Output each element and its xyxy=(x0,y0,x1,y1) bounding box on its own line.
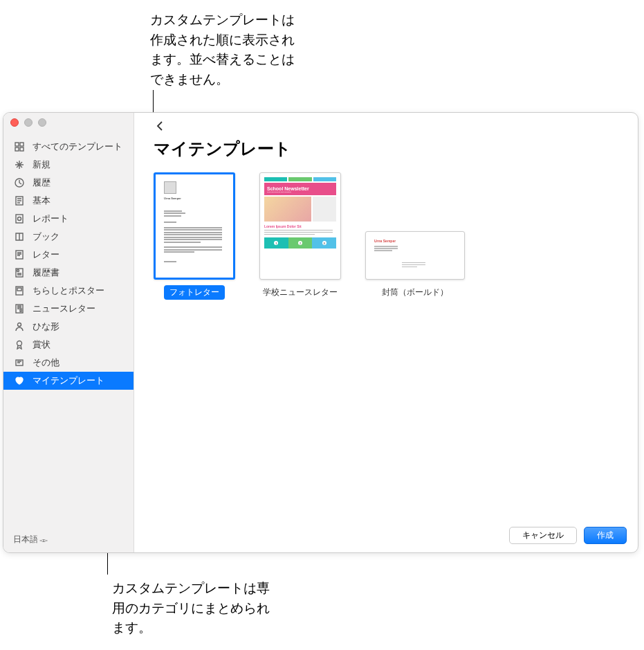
sidebar: すべてのテンプレート 新規 履歴 基本 レポート ブック xyxy=(3,113,134,552)
cancel-button[interactable]: キャンセル xyxy=(509,527,577,544)
award-icon xyxy=(13,338,26,351)
svg-point-15 xyxy=(17,341,22,346)
callout-top: カスタムテンプレートは作成された順に表示されます。並べ替えることはできません。 xyxy=(150,10,302,89)
main-panel: マイテンプレート Urna Semper xyxy=(134,113,638,552)
svg-rect-1 xyxy=(20,143,24,146)
svg-point-7 xyxy=(18,217,21,221)
sidebar-item-label: マイテンプレート xyxy=(33,375,104,387)
template-thumbnail: Urna Semper xyxy=(365,231,465,280)
language-selector[interactable]: 日本語 xyxy=(3,527,134,552)
poster-icon xyxy=(13,285,26,297)
sidebar-item-basic[interactable]: 基本 xyxy=(3,192,134,210)
window-titlebar xyxy=(3,113,134,132)
sidebar-item-label: ひな形 xyxy=(33,321,59,333)
sidebar-item-new[interactable]: 新規 xyxy=(3,156,134,174)
minimize-icon[interactable] xyxy=(24,118,33,127)
sidebar-item-all-templates[interactable]: すべてのテンプレート xyxy=(3,138,134,156)
page-title: マイテンプレート xyxy=(154,138,618,160)
misc-icon xyxy=(13,356,26,369)
sidebar-item-resumes[interactable]: 履歴書 xyxy=(3,264,134,282)
chevron-left-icon xyxy=(156,121,163,131)
sidebar-item-label: レポート xyxy=(33,213,68,225)
clock-icon xyxy=(13,177,26,189)
sidebar-item-label: その他 xyxy=(33,357,59,369)
template-label: フォトレター xyxy=(164,285,225,300)
book-icon xyxy=(13,231,26,243)
template-chooser-window: すべてのテンプレート 新規 履歴 基本 レポート ブック xyxy=(3,112,638,553)
sidebar-item-certificates[interactable]: 賞状 xyxy=(3,336,134,354)
letter-icon xyxy=(13,249,26,261)
template-label: 学校ニュースレター xyxy=(257,285,343,300)
sidebar-item-label: レター xyxy=(33,249,59,261)
resume-icon xyxy=(13,267,26,279)
svg-point-14 xyxy=(18,323,21,327)
close-icon[interactable] xyxy=(10,118,19,127)
sidebar-item-newsletters[interactable]: ニュースレター xyxy=(3,300,134,318)
heart-icon xyxy=(13,374,26,387)
callout-bottom: カスタムテンプレートは専用のカテゴリにまとめられます。 xyxy=(112,579,278,638)
sidebar-item-stationery[interactable]: ひな形 xyxy=(3,318,134,336)
document-icon xyxy=(13,195,26,207)
template-label: 封筒（ボールド） xyxy=(376,285,454,300)
main-header: マイテンプレート xyxy=(134,113,638,160)
maximize-icon[interactable] xyxy=(38,118,46,127)
sidebar-item-letters[interactable]: レター xyxy=(3,246,134,264)
sparkle-icon xyxy=(13,159,26,171)
sidebar-item-label: ニュースレター xyxy=(33,303,95,315)
sidebar-item-label: 賞状 xyxy=(33,339,50,351)
template-item-school-newsletter[interactable]: School Newsletter Lorem ipsum dolor sit … xyxy=(257,172,343,300)
sidebar-item-label: ちらしとポスター xyxy=(33,285,104,297)
sidebar-item-label: 履歴書 xyxy=(33,267,59,279)
sidebar-list: すべてのテンプレート 新規 履歴 基本 レポート ブック xyxy=(3,132,134,527)
sidebar-item-label: 履歴 xyxy=(33,177,50,189)
svg-rect-2 xyxy=(15,147,19,151)
sidebar-item-label: 基本 xyxy=(33,195,50,207)
template-grid: Urna Semper xyxy=(134,160,638,312)
newsletter-icon xyxy=(13,303,26,315)
sidebar-item-reports[interactable]: レポート xyxy=(3,210,134,228)
svg-rect-0 xyxy=(15,143,19,146)
template-item-photo-letter[interactable]: Urna Semper xyxy=(154,172,235,300)
sidebar-item-my-templates[interactable]: マイテンプレート xyxy=(3,372,134,390)
svg-rect-8 xyxy=(16,251,23,259)
template-item-envelope-bold[interactable]: Urna Semper 封筒（ボールド） xyxy=(365,172,465,300)
svg-rect-3 xyxy=(20,147,24,151)
svg-point-10 xyxy=(17,270,19,272)
create-button[interactable]: 作成 xyxy=(584,527,627,544)
sidebar-item-label: ブック xyxy=(33,231,59,243)
sidebar-item-label: すべてのテンプレート xyxy=(33,141,122,153)
sidebar-item-flyers-posters[interactable]: ちらしとポスター xyxy=(3,282,134,300)
grid-icon xyxy=(13,141,26,153)
svg-rect-12 xyxy=(17,288,21,291)
person-icon xyxy=(13,321,26,333)
report-icon xyxy=(13,213,26,225)
svg-rect-6 xyxy=(16,215,23,223)
template-thumbnail: Urna Semper xyxy=(154,172,235,280)
sidebar-item-label: 新規 xyxy=(33,159,50,171)
sidebar-item-recent[interactable]: 履歴 xyxy=(3,174,134,192)
template-thumbnail: School Newsletter Lorem ipsum dolor sit … xyxy=(259,172,341,280)
sidebar-item-miscellaneous[interactable]: その他 xyxy=(3,354,134,372)
footer-buttons: キャンセル 作成 xyxy=(134,518,638,552)
back-button[interactable] xyxy=(154,120,166,132)
sidebar-item-books[interactable]: ブック xyxy=(3,228,134,246)
